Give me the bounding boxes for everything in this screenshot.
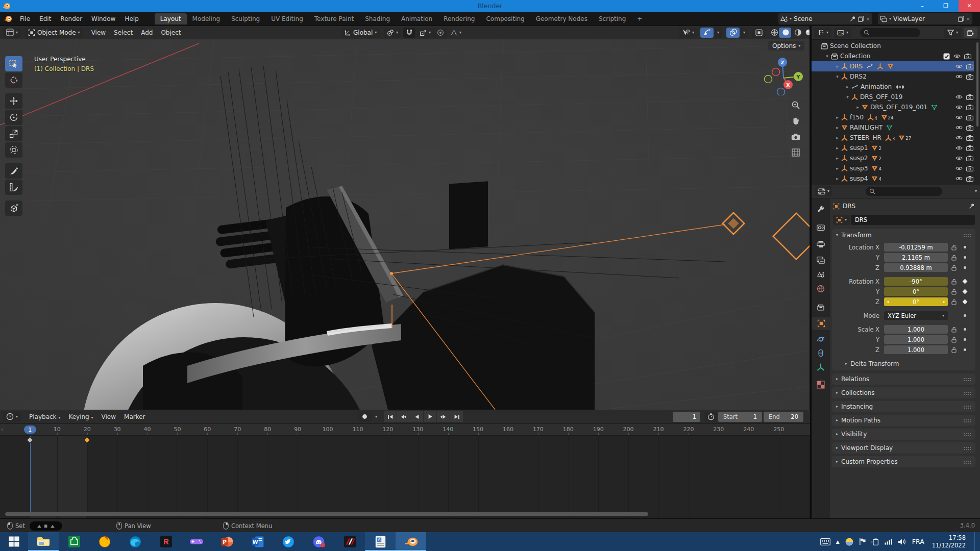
timeline-menu-playback[interactable]: Playback ▾ xyxy=(25,412,64,422)
zoom-tool-icon[interactable] xyxy=(789,98,802,112)
value-field[interactable]: 1.000 xyxy=(884,335,948,344)
disclosure-triangle[interactable]: ▸ xyxy=(834,135,841,140)
lock-icon[interactable] xyxy=(948,289,960,295)
playhead-line[interactable] xyxy=(30,436,31,512)
taskbar-blender[interactable] xyxy=(396,532,426,551)
animate-dot[interactable] xyxy=(960,266,969,269)
lock-icon[interactable] xyxy=(948,265,960,271)
outliner-row-animation[interactable]: ▸Animation xyxy=(812,82,974,92)
properties-tab-render[interactable] xyxy=(812,221,830,234)
outliner-row-rainlight[interactable]: ▸RAINLIGHT xyxy=(812,122,974,133)
hide-eye-icon[interactable] xyxy=(955,166,963,171)
gizmos-dropdown[interactable]: ▾ xyxy=(714,28,722,38)
app-menu-icon[interactable] xyxy=(4,15,12,23)
taskbar-reader[interactable]: A xyxy=(365,532,396,551)
playback-jump-start[interactable] xyxy=(384,411,397,422)
close-button[interactable]: ✕ xyxy=(959,0,980,12)
outliner-row-susp2[interactable]: ▸susp22 xyxy=(812,153,974,163)
disclosure-triangle[interactable]: ▸ xyxy=(834,166,841,171)
lock-icon[interactable] xyxy=(948,347,960,353)
outliner-search[interactable] xyxy=(860,28,920,37)
hide-eye-icon[interactable] xyxy=(955,125,963,130)
hide-eye-icon[interactable] xyxy=(953,54,961,59)
animate-dot[interactable] xyxy=(960,328,969,331)
taskbar-gamebar[interactable] xyxy=(181,532,212,551)
battery-tray-icon[interactable] xyxy=(871,538,879,545)
delta-transform-panel[interactable]: ▸Delta Transform xyxy=(832,358,975,370)
playback-play-rev[interactable] xyxy=(410,411,423,422)
hidden-icons-chevron[interactable]: ▲ xyxy=(836,539,840,544)
taskbar-start[interactable] xyxy=(0,532,28,551)
timeline-type-button[interactable]: ▾ xyxy=(3,412,21,422)
outliner-row-scene-collection[interactable]: Scene Collection xyxy=(812,41,974,51)
object-name-field[interactable]: DRS xyxy=(851,215,975,225)
tool-select-box[interactable] xyxy=(5,56,22,71)
3d-viewport[interactable]: User Perspective (1) Collection | DRS Op… xyxy=(0,39,810,410)
show-desktop-button[interactable] xyxy=(974,532,977,551)
volume-tray-icon[interactable] xyxy=(898,538,906,545)
value-field[interactable]: 0° xyxy=(884,287,948,296)
outliner-row-susp4[interactable]: ▸susp44 xyxy=(812,173,974,184)
lock-icon[interactable] xyxy=(948,279,960,285)
workspace-tab-uv-editing[interactable]: UV Editing xyxy=(265,13,309,24)
hide-eye-icon[interactable] xyxy=(955,94,963,99)
taskbar-explorer[interactable] xyxy=(28,532,59,551)
outliner-row-steer-hr[interactable]: ▸STEER_HR327 xyxy=(812,133,974,143)
timeline-menu-view[interactable]: View xyxy=(97,412,120,422)
value-field[interactable]: 0.93888 m xyxy=(884,263,948,272)
render-visibility-icon[interactable] xyxy=(966,94,973,100)
workspace-tab-layout[interactable]: Layout xyxy=(155,13,187,24)
value-field[interactable]: -90° xyxy=(884,277,948,286)
panel-viewport-display[interactable]: ▸Viewport Display xyxy=(832,442,975,454)
outliner-scrollbar[interactable] xyxy=(976,42,978,127)
outliner-row-susp3[interactable]: ▸susp34 xyxy=(812,163,974,173)
shading-wireframe-button[interactable] xyxy=(768,28,779,38)
render-visibility-icon[interactable] xyxy=(966,155,973,161)
properties-tab-world[interactable] xyxy=(812,282,830,295)
panel-visibility[interactable]: ▸Visibility xyxy=(832,429,975,440)
disclosure-triangle[interactable]: ▸ xyxy=(834,64,841,69)
taskbar-discord[interactable] xyxy=(304,532,334,551)
flag-tray-icon[interactable] xyxy=(859,538,866,545)
xray-toggle[interactable] xyxy=(752,28,766,38)
render-visibility-icon[interactable] xyxy=(966,63,973,69)
animate-dot[interactable] xyxy=(960,314,969,317)
render-visibility-icon[interactable] xyxy=(964,53,971,59)
language-indicator[interactable]: FRA xyxy=(912,538,924,545)
hide-eye-icon[interactable] xyxy=(955,64,963,69)
properties-tab-constraints[interactable] xyxy=(812,346,830,360)
render-visibility-icon[interactable] xyxy=(966,176,973,182)
properties-tab-texture[interactable] xyxy=(812,378,830,391)
render-visibility-icon[interactable] xyxy=(966,104,973,110)
hide-eye-icon[interactable] xyxy=(955,145,963,151)
shading-rendered-button[interactable] xyxy=(802,28,810,38)
render-visibility-icon[interactable] xyxy=(966,114,973,120)
taskbar-store[interactable] xyxy=(59,532,89,551)
panel-drag-handle[interactable] xyxy=(963,234,971,237)
properties-type-button[interactable]: ▾ xyxy=(815,186,832,196)
taskbar-r-app[interactable] xyxy=(151,532,181,551)
disclosure-triangle[interactable]: ▸ xyxy=(834,115,841,120)
hide-eye-icon[interactable] xyxy=(955,156,963,161)
timeline-tracks[interactable] xyxy=(0,436,810,518)
playback-play[interactable] xyxy=(424,411,436,422)
properties-options-icon[interactable]: ▾ xyxy=(975,189,977,193)
lock-icon[interactable] xyxy=(948,244,960,251)
viewport-menu-select[interactable]: Select xyxy=(110,28,137,38)
keyframe-diamond[interactable] xyxy=(960,280,969,283)
snap-with-dropdown[interactable]: ▾ xyxy=(416,28,434,38)
lock-icon[interactable] xyxy=(948,299,960,305)
value-field[interactable]: 1.000 xyxy=(884,325,948,334)
lock-icon[interactable] xyxy=(948,255,960,261)
render-visibility-icon[interactable] xyxy=(966,73,973,80)
delete-scene-icon[interactable]: ✕ xyxy=(866,16,870,22)
pan-tool-icon[interactable] xyxy=(789,114,802,128)
outliner-row-susp1[interactable]: ▸susp12 xyxy=(812,143,974,153)
panel-collections[interactable]: ▸Collections xyxy=(832,387,975,398)
snap-toggle[interactable] xyxy=(403,28,415,38)
mode-dropdown[interactable]: Object Mode▾ xyxy=(25,28,83,38)
clock[interactable]: 17:5811/12/2022 xyxy=(932,534,966,549)
overlays-toggle[interactable] xyxy=(726,28,740,38)
menu-help[interactable]: Help xyxy=(120,13,143,24)
properties-tab-object[interactable] xyxy=(812,317,830,330)
